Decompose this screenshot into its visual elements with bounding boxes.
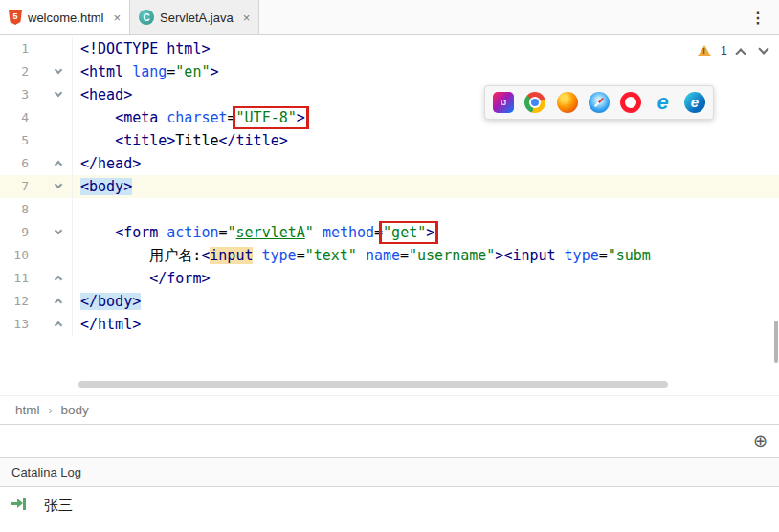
- opera-icon[interactable]: [620, 92, 641, 113]
- intellij-idea-icon[interactable]: [493, 92, 514, 113]
- code-token: =: [599, 247, 608, 264]
- code-line-12[interactable]: 12</body>: [0, 290, 779, 313]
- code-line-1[interactable]: 1<!DOCTYPE html>: [0, 37, 779, 60]
- code-line-10[interactable]: 10 用户名:<input type="text" name="username…: [0, 244, 779, 267]
- code-token: <input: [503, 247, 564, 264]
- tab-welcome-html[interactable]: welcome.html ×: [0, 0, 130, 34]
- code-line-11[interactable]: 11 </form>: [0, 267, 779, 290]
- edge-icon[interactable]: [684, 92, 705, 113]
- next-warning-icon[interactable]: [758, 43, 768, 54]
- gutter: [29, 244, 73, 267]
- fold-marker-icon[interactable]: [55, 181, 62, 188]
- breadcrumb-html[interactable]: html: [15, 403, 40, 417]
- line-number: 2: [0, 60, 29, 83]
- code-editor[interactable]: 1<!DOCTYPE html>2<html lang="en">3<head>…: [0, 35, 779, 395]
- code-text: </form>: [73, 267, 779, 290]
- code-token: </body>: [80, 293, 141, 310]
- line-number: 6: [0, 152, 29, 175]
- code-text: <title>Title</title>: [73, 129, 779, 152]
- code-token: =: [167, 63, 175, 80]
- gutter: [29, 83, 73, 106]
- crosshair-icon[interactable]: ⊕: [753, 432, 768, 450]
- code-token: [80, 224, 115, 241]
- gutter: [29, 129, 73, 152]
- fold-marker-icon[interactable]: [55, 161, 62, 168]
- fold-marker-icon[interactable]: [55, 276, 62, 283]
- code-text: <html lang="en">: [73, 60, 779, 83]
- ide-window: welcome.html × ServletA.java × ⋮ 1<!DOCT…: [0, 0, 779, 532]
- gutter: [29, 198, 73, 221]
- code-text: </html>: [73, 313, 779, 336]
- scroll-to-end-icon[interactable]: [11, 497, 27, 510]
- console-toolbar: [0, 487, 38, 532]
- code-token: [253, 247, 261, 264]
- code-token: <html: [80, 63, 132, 80]
- close-tab-icon[interactable]: ×: [243, 11, 251, 24]
- code-line-7[interactable]: 7<body>: [0, 175, 779, 198]
- firefox-icon[interactable]: [557, 92, 578, 113]
- java-class-icon: [139, 10, 154, 25]
- tab-servleta-java[interactable]: ServletA.java ×: [130, 0, 259, 34]
- code-line-9[interactable]: 9 <form action="servletA" method="get">: [0, 221, 779, 244]
- horizontal-scrollbar[interactable]: [78, 381, 668, 388]
- safari-icon[interactable]: [589, 92, 610, 113]
- code-token: Title: [175, 132, 218, 149]
- code-token: <!DOCTYPE html>: [80, 40, 210, 57]
- code-token: <head>: [80, 86, 132, 103]
- code-token: "subm: [608, 247, 651, 264]
- code-token: =: [228, 109, 236, 126]
- fold-marker-icon[interactable]: [55, 89, 62, 97]
- gutter: [29, 60, 73, 83]
- gutter: [29, 221, 73, 244]
- line-number: 10: [0, 244, 29, 267]
- code-token: <form: [115, 224, 167, 241]
- chrome-icon[interactable]: [524, 92, 545, 113]
- breadcrumb-body[interactable]: body: [61, 403, 89, 417]
- console-panel: 张三: [0, 486, 779, 532]
- code-line-8[interactable]: 8: [0, 198, 779, 221]
- annotation-red-box: "get">: [383, 224, 434, 241]
- annotation-red-box: "UTF-8">: [236, 109, 305, 126]
- warning-icon[interactable]: [698, 45, 711, 56]
- code-token: [80, 109, 115, 126]
- code-token: =: [297, 247, 305, 264]
- line-number: 8: [0, 198, 29, 221]
- code-token: 用户名:: [149, 247, 201, 264]
- code-line-2[interactable]: 2<html lang="en">: [0, 60, 779, 83]
- code-token: "get": [383, 224, 426, 241]
- vertical-scrollbar[interactable]: [774, 321, 778, 363]
- prev-warning-icon[interactable]: [735, 48, 746, 58]
- code-token: [80, 132, 115, 149]
- code-text: <form action="servletA" method="get">: [73, 221, 779, 244]
- fold-marker-icon[interactable]: [55, 227, 62, 234]
- code-token: [357, 247, 366, 264]
- gutter: [29, 37, 73, 60]
- gutter: [29, 267, 73, 290]
- code-token: servletA: [236, 224, 305, 241]
- tab-label: ServletA.java: [160, 11, 234, 25]
- code-line-5[interactable]: 5 <title>Title</title>: [0, 129, 779, 152]
- code-token: </title>: [219, 132, 288, 149]
- code-token: <body>: [80, 178, 132, 195]
- line-number: 5: [0, 129, 29, 152]
- code-area: 1<!DOCTYPE html>2<html lang="en">3<head>…: [0, 35, 779, 336]
- fold-marker-icon[interactable]: [55, 321, 62, 329]
- fold-marker-icon[interactable]: [55, 299, 62, 306]
- code-token: action: [167, 224, 218, 241]
- breadcrumb-separator-icon: ›: [49, 404, 53, 417]
- code-token: input: [210, 247, 253, 264]
- code-token: "text": [305, 247, 357, 264]
- code-text: </body>: [73, 290, 779, 313]
- gutter: [29, 152, 73, 175]
- internet-explorer-icon[interactable]: [653, 92, 674, 113]
- close-tab-icon[interactable]: ×: [113, 11, 121, 24]
- code-line-6[interactable]: 6</head>: [0, 152, 779, 175]
- more-options-icon[interactable]: ⋮: [737, 0, 779, 34]
- code-token: =: [374, 224, 383, 241]
- line-number: 4: [0, 106, 29, 129]
- catalina-log-tab[interactable]: Catalina Log: [0, 457, 779, 486]
- fold-marker-icon[interactable]: [55, 66, 62, 74]
- code-line-13[interactable]: 13</html>: [0, 313, 779, 336]
- code-text: <body>: [73, 175, 779, 198]
- code-token: "UTF-8": [236, 109, 297, 126]
